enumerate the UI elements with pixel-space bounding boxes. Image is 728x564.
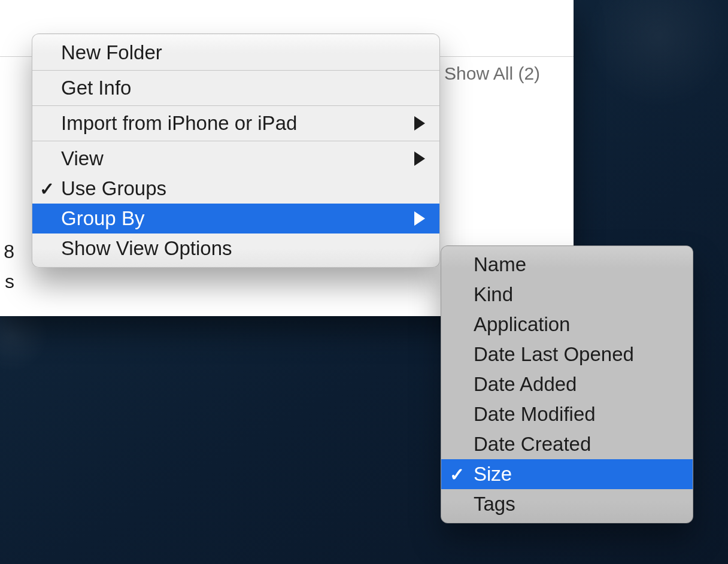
- menu-separator: [32, 105, 439, 106]
- submenu-arrow-icon: [414, 211, 425, 226]
- submenu-item-date-added[interactable]: Date Added: [441, 369, 693, 399]
- clipped-item-label: 8 s: [0, 237, 14, 296]
- checkmark-icon: ✓: [450, 464, 465, 485]
- menu-item-label: Group By: [61, 207, 144, 230]
- menu-item-label: Name: [474, 253, 526, 276]
- menu-item-group-by[interactable]: Group By: [32, 204, 439, 234]
- menu-item-label: View: [61, 147, 104, 170]
- show-all-link[interactable]: Show All (2): [444, 63, 540, 84]
- checkmark-icon: ✓: [40, 178, 54, 199]
- submenu-item-date-modified[interactable]: Date Modified: [441, 399, 693, 429]
- menu-item-new-folder[interactable]: New Folder: [32, 38, 439, 68]
- menu-separator: [32, 141, 439, 141]
- menu-item-label: Date Modified: [474, 403, 596, 426]
- menu-item-view[interactable]: View: [32, 144, 439, 174]
- menu-item-label: Date Added: [474, 373, 577, 396]
- submenu-item-size[interactable]: ✓ Size: [441, 459, 693, 489]
- menu-item-label: Kind: [474, 283, 513, 306]
- menu-item-label: Date Created: [474, 433, 591, 456]
- submenu-item-name[interactable]: Name: [441, 250, 693, 280]
- submenu-item-application[interactable]: Application: [441, 310, 693, 339]
- context-menu: New Folder Get Info Import from iPhone o…: [32, 34, 440, 268]
- menu-item-use-groups[interactable]: ✓ Use Groups: [32, 174, 439, 204]
- clipped-char: 8: [4, 241, 14, 262]
- submenu-item-date-created[interactable]: Date Created: [441, 429, 693, 459]
- menu-item-label: Import from iPhone or iPad: [61, 112, 297, 135]
- menu-item-import[interactable]: Import from iPhone or iPad: [32, 108, 439, 138]
- menu-item-label: Application: [474, 313, 570, 336]
- menu-item-label: New Folder: [61, 41, 162, 64]
- submenu-item-tags[interactable]: Tags: [441, 489, 693, 519]
- menu-item-label: Use Groups: [61, 177, 166, 200]
- clipped-char: s: [5, 271, 14, 292]
- menu-item-get-info[interactable]: Get Info: [32, 73, 439, 103]
- submenu-item-kind[interactable]: Kind: [441, 280, 693, 310]
- menu-item-label: Date Last Opened: [474, 343, 634, 366]
- menu-item-label: Show View Options: [61, 237, 232, 260]
- group-by-submenu: Name Kind Application Date Last Opened D…: [441, 245, 693, 523]
- submenu-item-date-last-opened[interactable]: Date Last Opened: [441, 339, 693, 369]
- menu-separator: [32, 70, 439, 71]
- menu-item-label: Tags: [474, 493, 515, 516]
- submenu-arrow-icon: [414, 116, 425, 131]
- submenu-arrow-icon: [414, 151, 425, 166]
- menu-item-show-view-options[interactable]: Show View Options: [32, 234, 439, 263]
- menu-item-label: Get Info: [61, 77, 131, 99]
- menu-item-label: Size: [474, 463, 512, 486]
